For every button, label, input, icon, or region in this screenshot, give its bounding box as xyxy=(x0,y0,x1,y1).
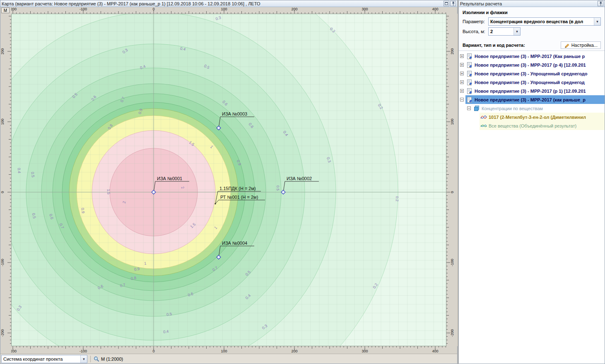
source-label: ИЗА №0004 xyxy=(222,241,247,246)
tree-item-content[interactable]: Новое предприятие (3) - МРР-2017 (р 1) [… xyxy=(465,87,605,95)
contour-value-label: 0.9 xyxy=(134,266,140,272)
height-select[interactable]: 2 ▾ xyxy=(488,27,521,36)
contour-value-label: 0.8 xyxy=(130,275,137,281)
contour-value-label: 1 xyxy=(144,261,147,265)
collapse-minus-icon[interactable]: − xyxy=(467,106,471,110)
ruler-tick-label: -100 xyxy=(80,349,87,353)
tree-item-label: Новое предприятие (3) - МРР-2017 (р 4) [… xyxy=(475,63,586,67)
contour-value-label: 0.5 xyxy=(276,185,280,190)
map-region: М -200-1000100200300400 2001000-100-200 … xyxy=(0,7,457,354)
chevron-down-icon: ▾ xyxy=(594,18,600,25)
map-scale-label: М (1:2000) xyxy=(101,357,123,362)
tree-item[interactable]: Все вещества (Объединённый результат) xyxy=(459,121,605,130)
expand-plus-icon[interactable]: + xyxy=(460,63,464,67)
report-icon xyxy=(466,71,473,77)
panel-pin-button[interactable] xyxy=(598,1,603,6)
source-label: РТ №001 (Н = 2м) xyxy=(220,195,258,200)
source-label: ИЗА №0002 xyxy=(287,176,312,181)
ruler-tick-label: 0 xyxy=(152,349,154,353)
ruler-tick-label: -200 xyxy=(450,329,454,337)
map-canvas[interactable]: 0.30.20.30.40.40.50.50.60.70.90.60.20.81… xyxy=(11,14,446,346)
tree-item-content[interactable]: Новое предприятие (3) - МРР-2017 (р 4) [… xyxy=(465,60,605,69)
map-grid xyxy=(11,14,446,346)
layers-icon xyxy=(473,106,480,111)
parameter-select[interactable]: Концентрация вредного вещества (в дол ▾ xyxy=(488,17,601,26)
ruler-tick-label: 300 xyxy=(362,349,368,353)
contour-value-label: 0.4 xyxy=(163,329,169,334)
coord-system-select[interactable]: Система координат проекта ▾ xyxy=(1,355,87,363)
contour-value-label: 1.5 xyxy=(106,189,111,195)
tree-item[interactable]: −Новое предприятие (3) - МРР-2017 (как р… xyxy=(459,95,605,104)
pencil-icon xyxy=(564,42,570,48)
tree-item[interactable]: +Новое предприятие (3) - МРР-2017 (р 1) … xyxy=(459,87,605,95)
isolines-section-label: Изолинии и флажки xyxy=(463,10,601,15)
tree-item-content[interactable]: Новое предприятие (3) - Упрощенный средн… xyxy=(465,69,605,78)
ruler-tick-label: -100 xyxy=(450,259,454,266)
ruler-tick-label: 200 xyxy=(291,7,297,11)
ruler-tick-label: -200 xyxy=(0,329,5,337)
chevron-down-icon: ▾ xyxy=(80,355,87,363)
map-window-title: Карта (вариант расчета: Новое предприяти… xyxy=(2,1,443,6)
source-label: ИЗА №0003 xyxy=(222,111,247,116)
contour-value-label: 0.5 xyxy=(30,171,35,177)
tree-item[interactable]: +Новое предприятие (3) - Упрощенный сред… xyxy=(459,69,605,78)
ruler-horizontal-bottom: -200-1000100200300400 xyxy=(11,346,446,354)
expand-plus-icon[interactable]: + xyxy=(460,80,464,84)
parameter-label: Параметр: xyxy=(463,19,488,24)
collapse-minus-icon[interactable]: − xyxy=(460,98,464,101)
report-icon xyxy=(466,53,473,59)
pin-window-button[interactable] xyxy=(450,1,456,6)
tree-item-label: Новое предприятие (3) - МРР-2017 (Как ра… xyxy=(475,54,585,59)
ruler-tick-label: -200 xyxy=(11,349,17,353)
map-window: Карта (вариант расчета: Новое предприяти… xyxy=(0,0,458,364)
coord-system-value: Система координат проекта xyxy=(3,357,80,362)
tree-item-content[interactable]: 1017 (2-Метилбут-3-ен-2-ол (Диметилвинил xyxy=(480,113,605,121)
wave-green-icon xyxy=(480,123,487,129)
expand-plus-icon[interactable]: + xyxy=(460,54,464,58)
results-tree: +Новое предприятие (3) - МРР-2017 (Как р… xyxy=(459,51,605,364)
report-icon xyxy=(466,97,473,103)
expand-plus-icon[interactable]: + xyxy=(460,72,464,75)
scale-magnifier-icon xyxy=(94,356,99,362)
settings-button[interactable]: Настройка... xyxy=(561,41,601,49)
report-icon xyxy=(466,62,473,68)
ruler-tick-label: 200 xyxy=(450,48,454,54)
tree-item-label: Новое предприятие (3) - Упрощенный средн… xyxy=(475,80,585,85)
tree-item-content[interactable]: Новое предприятие (3) - МРР-2017 (как ра… xyxy=(465,95,605,104)
application: Карта (вариант расчета: Новое предприяти… xyxy=(0,0,605,364)
ruler-tick-label: 400 xyxy=(432,7,438,11)
tree-item-content[interactable]: Все вещества (Объединённый результат) xyxy=(480,121,605,130)
tree-item-content[interactable]: Новое предприятие (3) - МРР-2017 (Как ра… xyxy=(465,52,605,60)
settings-button-label: Настройка... xyxy=(571,43,598,48)
ruler-tick-label: 0 xyxy=(0,191,5,193)
chevron-down-icon: ▾ xyxy=(513,28,520,35)
tree-item-content[interactable]: Концентрации по веществам xyxy=(472,104,605,113)
ruler-tick-label: -100 xyxy=(0,259,5,266)
expand-plus-icon[interactable]: + xyxy=(460,89,464,93)
ruler-tick-label: 400 xyxy=(432,349,438,353)
ruler-tick-label: 100 xyxy=(450,118,454,125)
tree-item-content[interactable]: Новое предприятие (3) - Упрощенный средн… xyxy=(465,78,605,87)
results-panel-body: Изолинии и флажки Параметр: Концентрация… xyxy=(459,7,605,364)
pin-icon xyxy=(451,1,456,6)
statusbar-separator xyxy=(90,356,91,362)
calculation-point-marker[interactable] xyxy=(215,203,216,204)
results-panel-titlebar[interactable]: Результаты расчета xyxy=(459,0,605,7)
ruler-tick-label: 0 xyxy=(450,191,454,193)
tree-item[interactable]: +Новое предприятие (3) - МРР-2017 (Как р… xyxy=(459,52,605,60)
tree-item-label: Все вещества (Объединённый результат) xyxy=(489,123,576,128)
tree-item[interactable]: 1017 (2-Метилбут-3-ен-2-ол (Диметилвинил xyxy=(459,113,605,121)
height-label: Высота, м: xyxy=(463,29,488,34)
tree-item[interactable]: +Новое предприятие (3) - МРР-2017 (р 4) … xyxy=(459,60,605,69)
source-label: ИЗА №0001 xyxy=(157,176,182,181)
ruler-vertical-right: 2001000-100-200 xyxy=(446,14,458,346)
ruler-tick-label: 300 xyxy=(362,7,368,11)
ruler-horizontal-top: -200-1000100200300400 xyxy=(11,7,446,14)
units-button[interactable]: М xyxy=(1,7,10,13)
restore-window-button[interactable] xyxy=(444,1,449,6)
height-value: 2 xyxy=(490,29,513,34)
tree-item[interactable]: −Концентрации по веществам xyxy=(459,104,605,113)
pin-icon xyxy=(598,1,603,6)
tree-item[interactable]: +Новое предприятие (3) - Упрощенный сред… xyxy=(459,78,605,87)
map-window-titlebar[interactable]: Карта (вариант расчета: Новое предприяти… xyxy=(0,0,457,7)
